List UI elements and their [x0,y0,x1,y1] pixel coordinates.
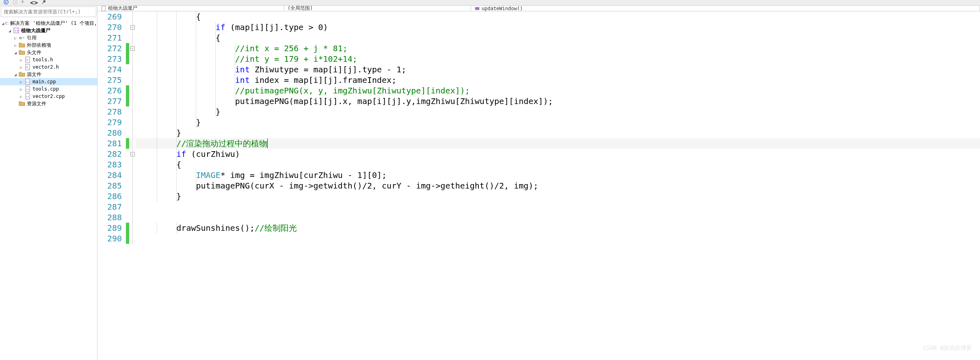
chevron-down-icon[interactable]: ◢ [13,72,18,77]
chevron-right-icon[interactable]: ▷ [13,35,18,40]
refs-label: 引用 [27,35,37,41]
nav-scope-label: (全局范围) [288,6,313,12]
cpp-file-icon [101,6,106,11]
folder-icon [19,50,25,55]
solution-explorer: ◢ 解决方案 '植物大战僵尸' (1 个项目, ◢ ++ 植物大战僵尸 ▷ ▫◦… [0,6,97,360]
svg-text:++: ++ [15,29,19,33]
search-box[interactable] [1,7,96,17]
nav-scope[interactable]: (全局范围) [284,6,471,11]
solution-node[interactable]: ◢ 解决方案 '植物大战僵尸' (1 个项目, [0,20,97,27]
resources-label: 资源文件 [27,100,46,107]
svg-text:++: ++ [26,80,29,83]
tree: ◢ 解决方案 '植物大战僵尸' (1 个项目, ◢ ++ 植物大战僵尸 ▷ ▫◦… [0,18,97,109]
watermark: CSDN @落戏的博客 [923,345,972,352]
cpp-file-icon: ++ [24,86,31,92]
folder-icon [19,101,25,106]
chevron-right-icon[interactable]: ▷ [19,87,24,91]
folder-icon [19,72,25,77]
external-node[interactable]: ▷ 外部依赖项 [0,41,97,49]
folder-icon [19,42,25,48]
nav-function[interactable]: updateWindow() [471,6,980,11]
svg-point-0 [4,0,9,4]
code-content[interactable]: { if (map[i][j].type > 0) { //int x = 25… [136,11,980,360]
svg-rect-16 [102,6,106,11]
svg-rect-3 [6,22,6,23]
chevron-down-icon[interactable]: ◢ [13,50,18,55]
chevron-right-icon[interactable]: ▷ [19,94,24,99]
svg-rect-17 [475,7,480,10]
external-label: 外部依赖项 [27,42,51,49]
main-area: ◢ 解决方案 '植物大战僵尸' (1 个项目, ◢ ++ 植物大战僵尸 ▷ ▫◦… [0,6,980,360]
h-file-icon: h [24,64,31,70]
chevron-right-icon[interactable]: ▷ [19,65,24,69]
editor-area: 植物大战僵尸 (全局范围) updateWindow() 26927027127… [97,6,980,360]
resources-node[interactable]: 资源文件 [0,100,97,107]
refs-node[interactable]: ▷ ▫◦ 引用 [0,34,97,41]
search-input[interactable] [4,9,93,15]
nav-function-label: updateWindow() [482,6,523,11]
method-icon [474,6,480,11]
source-file[interactable]: ▷ ++ vector2.cpp [0,93,97,100]
file-label: tools.h [32,57,53,63]
nav-file-label: 植物大战僵尸 [108,6,137,12]
chevron-right-icon[interactable]: ▷ [13,43,18,48]
svg-text:++: ++ [26,88,29,91]
project-label: 植物大战僵尸 [21,27,50,34]
code-area[interactable]: 2692702712722732742752762772782792802812… [97,11,980,360]
chevron-right-icon[interactable]: ▷ [19,79,24,84]
file-label: tools.cpp [32,86,59,92]
header-file[interactable]: ▷ h tools.h [0,56,97,63]
solution-icon [5,20,9,26]
header-file[interactable]: ▷ h vector2.h [0,63,97,71]
spacer [13,101,18,106]
headers-node[interactable]: ◢ 头文件 [0,49,97,56]
cpp-file-icon: ++ [24,79,31,85]
chevron-down-icon[interactable]: ◢ [2,21,4,26]
project-node[interactable]: ◢ ++ 植物大战僵尸 [0,27,97,34]
source-file-main[interactable]: ▷ ++ main.cpp [0,78,97,85]
change-bar [126,11,129,360]
headers-label: 头文件 [27,49,41,56]
file-label: vector2.h [32,64,59,70]
sources-label: 源文件 [27,71,41,78]
project-icon: ++ [13,28,19,33]
svg-text:h: h [26,66,28,69]
cpp-file-icon: ++ [24,93,31,99]
nav-bar: 植物大战僵尸 (全局范围) updateWindow() [97,6,980,11]
solution-label: 解决方案 '植物大战僵尸' (1 个项目, [10,20,97,27]
line-numbers: 2692702712722732742752762772782792802812… [97,11,126,360]
file-label: vector2.cpp [32,93,65,99]
toolbar: <> [0,0,980,6]
sources-node[interactable]: ◢ 源文件 [0,71,97,78]
svg-text:h: h [26,59,28,62]
source-file[interactable]: ▷ ++ tools.cpp [0,85,97,93]
file-label: main.cpp [32,79,56,85]
fold-column: −−− [129,11,136,360]
nav-file[interactable]: 植物大战僵尸 [97,6,284,11]
svg-text:++: ++ [26,95,29,98]
h-file-icon: h [24,57,31,63]
chevron-down-icon[interactable]: ◢ [7,28,12,33]
refs-icon: ▫◦ [19,35,25,41]
chevron-right-icon[interactable]: ▷ [19,57,24,62]
svg-point-1 [13,0,17,4]
